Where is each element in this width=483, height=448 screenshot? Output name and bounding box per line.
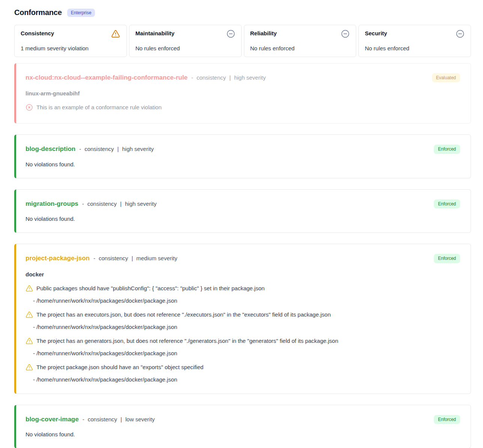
violation-item: The project has an executors.json, but d…: [26, 311, 460, 321]
summary-card-title: Reliability: [250, 30, 277, 36]
rule-meta: - consistency | high severity: [82, 201, 157, 207]
rule-category: consistency: [197, 74, 226, 81]
summary-card-security: Security No rules enforced: [358, 25, 471, 57]
no-violations-message: No violations found.: [26, 431, 460, 438]
no-violations-message: No violations found.: [26, 215, 460, 223]
meta-dash: -: [191, 74, 193, 81]
meta-dash: -: [82, 201, 84, 207]
rule-category: consistency: [99, 255, 128, 261]
violation-item: The project package.json should have an …: [26, 363, 460, 373]
rule-meta: - consistency | high severity: [79, 146, 154, 152]
summary-card-maintainability: Maintainability No rules enforced: [129, 25, 242, 57]
meta-pipe: |: [229, 74, 231, 81]
rule-severity: high severity: [234, 74, 266, 81]
circle-minus-icon: [341, 29, 350, 40]
rule-name: blog-cover-image: [26, 415, 79, 424]
no-violations-message: No violations found.: [26, 161, 460, 168]
circle-minus-icon: [456, 29, 465, 40]
rule-status-badge: Evaluated: [432, 73, 460, 82]
rule-card-example-failing: nx-cloud:nx-cloud--example-failing-confo…: [14, 63, 471, 124]
rule-card-project-package-json: project-package-json - consistency | med…: [14, 244, 471, 394]
project-name: docker: [26, 270, 460, 279]
rule-card-migration-groups: migration-groups - consistency | high se…: [14, 189, 471, 233]
violation-path: - /home/runner/work/nx/nx/packages/docke…: [33, 323, 460, 331]
enterprise-badge: Enterprise: [67, 9, 95, 17]
summary-card-title: Security: [365, 30, 387, 36]
page-header: Conformance Enterprise: [14, 8, 471, 17]
circle-minus-icon: [226, 29, 235, 40]
violation-path: - /home/runner/work/nx/nx/packages/docke…: [33, 376, 460, 384]
meta-dash: -: [79, 146, 81, 152]
meta-dash: -: [93, 255, 95, 261]
conformance-page: Conformance Enterprise Consistency 1 med…: [0, 0, 483, 448]
page-title: Conformance: [14, 8, 62, 17]
summary-card-subtitle: No rules enforced: [250, 45, 350, 51]
rule-card-blog-description: blog-description - consistency | high se…: [14, 134, 471, 178]
violation-message: Public packages should have "publishConf…: [36, 284, 265, 293]
warning-triangle-icon: [26, 311, 33, 321]
rule-severity: low severity: [125, 416, 155, 422]
rule-name: project-package-json: [26, 254, 90, 263]
summary-card-title: Consistency: [21, 30, 54, 36]
circle-x-icon: [26, 104, 33, 113]
warning-triangle-icon: [111, 29, 120, 40]
summary-card-consistency: Consistency 1 medium severity violation: [14, 25, 127, 57]
project-name: linux-arm-gnueabihf: [26, 89, 460, 98]
rule-name: migration-groups: [26, 199, 78, 208]
rule-name: blog-description: [26, 145, 75, 154]
warning-triangle-icon: [26, 337, 33, 347]
violation-message: The project has an executors.json, but d…: [36, 311, 331, 319]
rule-list: nx-cloud:nx-cloud--example-failing-confo…: [14, 63, 471, 448]
summary-card-title: Maintainability: [135, 30, 175, 36]
rule-card-blog-cover-image: blog-cover-image - consistency | low sev…: [14, 405, 471, 448]
summary-card-subtitle: No rules enforced: [135, 45, 235, 51]
rule-category: consistency: [84, 146, 114, 152]
summary-cards-row: Consistency 1 medium severity violation …: [14, 25, 471, 57]
rule-status-badge: Enforced: [434, 415, 460, 424]
rule-severity: medium severity: [136, 255, 177, 261]
violation-message: The project package.json should have an …: [36, 363, 203, 371]
violation-item: This is an example of a conformance rule…: [26, 103, 460, 113]
rule-meta: - consistency | medium severity: [93, 255, 177, 261]
rule-severity: high severity: [122, 146, 153, 152]
violation-item: The project has an generators.json, but …: [26, 337, 460, 347]
violation-path: - /home/runner/work/nx/nx/packages/docke…: [33, 349, 460, 357]
summary-card-subtitle: No rules enforced: [365, 45, 465, 51]
rule-meta: - consistency | low severity: [83, 416, 155, 422]
summary-card-subtitle: 1 medium severity violation: [21, 45, 120, 51]
meta-pipe: |: [120, 201, 122, 207]
violation-message: The project has an generators.json, but …: [36, 337, 338, 345]
violation-item: Public packages should have "publishConf…: [26, 284, 460, 294]
meta-pipe: |: [131, 255, 133, 261]
meta-dash: -: [83, 416, 84, 422]
warning-triangle-icon: [26, 285, 33, 294]
rule-status-badge: Enforced: [434, 145, 460, 154]
warning-triangle-icon: [26, 364, 33, 373]
summary-card-reliability: Reliability No rules enforced: [244, 25, 357, 57]
rule-status-badge: Enforced: [434, 254, 460, 263]
rule-name: nx-cloud:nx-cloud--example-failing-confo…: [26, 73, 188, 82]
rule-category: consistency: [87, 201, 117, 207]
violation-message: This is an example of a conformance rule…: [36, 103, 162, 112]
rule-category: consistency: [88, 416, 117, 422]
rule-severity: high severity: [125, 201, 156, 207]
meta-pipe: |: [120, 416, 122, 422]
violation-path: - /home/runner/work/nx/nx/packages/docke…: [33, 297, 460, 305]
rule-meta: - consistency | high severity: [191, 74, 266, 81]
meta-pipe: |: [117, 146, 119, 152]
rule-status-badge: Enforced: [434, 199, 460, 208]
